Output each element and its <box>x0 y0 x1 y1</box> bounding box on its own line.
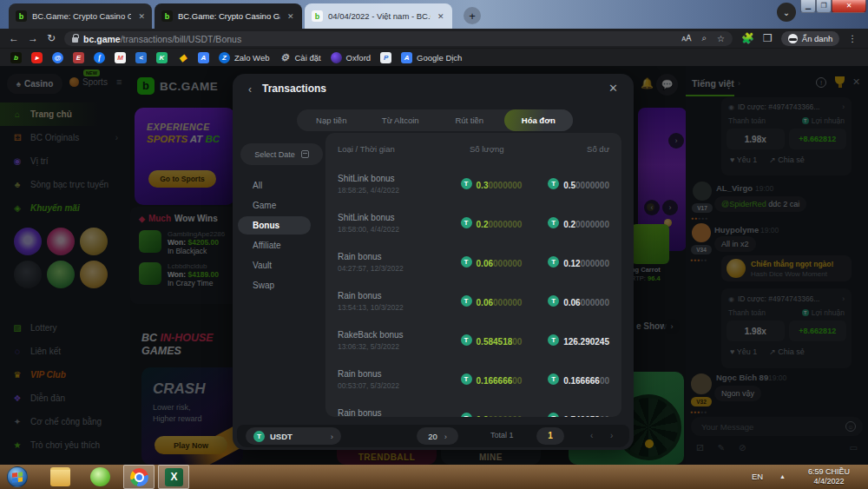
document-favicon-icon: b <box>312 10 323 22</box>
language-indicator[interactable]: EN <box>752 472 763 481</box>
bookmark-item[interactable]: M <box>115 52 126 63</box>
bookmark-item[interactable]: Z Zalo Web <box>219 52 269 63</box>
filter-item[interactable]: All <box>238 176 311 195</box>
transaction-tab[interactable]: Nạp tiền <box>297 109 366 131</box>
ccleaner-icon[interactable] <box>90 467 110 486</box>
bookmark-item[interactable]: Oxford <box>331 52 372 63</box>
bookmark-icon: P <box>380 52 391 63</box>
bookmark-item[interactable]: f <box>94 52 105 63</box>
transaction-type: ShitLink bonus <box>338 174 461 183</box>
close-window-button[interactable]: ✕ <box>832 0 866 13</box>
prev-page-icon[interactable]: ‹ <box>590 431 593 440</box>
tab-close-icon[interactable]: ✕ <box>437 12 444 21</box>
browser-menu-icon[interactable]: ⋮ <box>848 34 858 43</box>
extensions-icon[interactable]: 🧩 <box>741 32 754 44</box>
tab-title: 04/04/2022 - Việt nam - BC.Gam <box>328 11 431 21</box>
tab-close-icon[interactable]: ✕ <box>287 12 294 21</box>
minimize-button[interactable]: ▁ <box>800 0 816 13</box>
bookmark-icon: A <box>401 52 412 63</box>
page-size-selector[interactable]: 20 › <box>417 427 458 445</box>
usdt-coin-icon: T <box>461 217 472 228</box>
side-panel-icon[interactable]: ❒ <box>763 32 773 44</box>
transaction-tab[interactable]: Hóa đơn <box>504 109 574 131</box>
transaction-time: 04:27:57, 12/3/2022 <box>338 264 461 273</box>
transaction-row: RakeBack bonus 13:06:32, 5/3/2022 T 0.58… <box>326 320 621 360</box>
bookmark-item[interactable]: A <box>198 52 209 63</box>
bonus-filter-list: All Game Bonus Affiliate Vault Swap <box>238 176 311 296</box>
address-bar[interactable]: bc.game/transactions/bill/USDT/Bonus 🗚 ⌕… <box>64 31 733 46</box>
bookmark-item[interactable]: P <box>380 52 391 63</box>
next-page-icon[interactable]: › <box>610 431 613 440</box>
transaction-tab[interactable]: Rút tiền <box>435 109 504 131</box>
browser-tab-3[interactable]: b 04/04/2022 - Việt nam - BC.Gam ✕ <box>305 3 452 29</box>
window-chevron-icon[interactable]: ⌄ <box>777 3 796 22</box>
bookmark-item[interactable]: K <box>156 52 168 63</box>
usdt-coin-icon: T <box>548 256 559 268</box>
browser-tab-2-active[interactable]: b BC.Game: Crypto Casino Games ✕ <box>155 3 302 29</box>
currency-selector[interactable]: T USDT › <box>246 427 341 445</box>
transaction-time: 18:58:00, 4/4/2022 <box>338 225 461 234</box>
tab-close-icon[interactable]: ✕ <box>138 12 145 21</box>
modal-close-icon[interactable]: ✕ <box>608 82 618 95</box>
maximize-button[interactable]: ❐ <box>816 0 832 13</box>
chrome-icon <box>130 468 148 486</box>
transaction-amount: T 0.20000000 <box>461 411 549 418</box>
usdt-coin-icon: T <box>461 256 472 268</box>
transactions-table: Loại / Thời gian Số lượng Số dư ShitLink… <box>326 133 621 417</box>
window-controls: ▁ ❐ ✕ <box>800 0 866 13</box>
transaction-type: Rain bonus <box>338 408 461 418</box>
new-tab-button[interactable]: + <box>464 7 481 24</box>
transaction-type: Rain bonus <box>338 291 461 301</box>
filter-item[interactable]: Affiliate <box>238 236 311 254</box>
transaction-balance: T 126.290245 <box>548 333 609 348</box>
bookmark-icon: b <box>10 52 22 63</box>
incognito-icon <box>788 34 798 43</box>
bookmark-item[interactable]: E <box>73 52 84 63</box>
bookmark-item[interactable]: @ <box>52 52 63 63</box>
bookmark-star-icon[interactable]: ☆ <box>717 34 725 43</box>
transaction-tab[interactable]: Từ Altcoin <box>366 109 436 131</box>
bookmark-item[interactable]: < <box>135 52 147 63</box>
transaction-balance: T 0.20000000 <box>548 215 609 231</box>
back-button[interactable]: ← <box>9 32 19 44</box>
filter-item[interactable]: Vault <box>238 256 311 274</box>
incognito-badge[interactable]: Ẩn danh <box>781 31 839 46</box>
usdt-coin-icon: T <box>548 413 559 417</box>
bookmark-label: Cài đặt <box>294 53 320 63</box>
bookmark-item[interactable]: A Google Dịch <box>401 52 462 63</box>
taskbar-clock[interactable]: 6:59 CHIỀU 4/4/2022 <box>794 467 864 486</box>
bookmark-icon: f <box>94 52 105 63</box>
forward-button[interactable]: → <box>28 32 38 44</box>
bookmark-item[interactable]: ⚙ Cài đặt <box>279 52 320 63</box>
chevron-right-icon: › <box>444 432 447 441</box>
url-domain: bc.game <box>83 34 121 44</box>
filter-item[interactable]: Bonus <box>238 216 311 235</box>
show-hidden-icons-button[interactable]: ▲ <box>779 473 786 479</box>
transaction-amount: T 0.58451800 <box>461 333 549 348</box>
bookmark-icon: K <box>156 52 168 63</box>
bookmark-item[interactable]: ◆ <box>177 52 188 63</box>
file-explorer-icon[interactable] <box>50 467 70 486</box>
filter-item[interactable]: Swap <box>238 276 311 294</box>
excel-taskbar-button[interactable]: X <box>158 465 189 489</box>
transaction-time: 13:06:32, 5/3/2022 <box>338 342 461 351</box>
select-date-button[interactable]: Select Date <box>240 143 323 165</box>
bookmark-icon: @ <box>52 52 63 63</box>
bookmark-item[interactable]: b <box>10 52 22 63</box>
back-icon[interactable]: ‹ <box>248 83 252 96</box>
transaction-row: Rain bonus 13:54:13, 10/3/2022 T 0.06000… <box>326 281 621 320</box>
bookmarks-bar: b ▸ @ E f M < K <box>0 48 868 66</box>
translate-icon[interactable]: 🗚 <box>681 33 691 43</box>
filter-item[interactable]: Game <box>238 196 311 215</box>
start-button[interactable] <box>7 466 28 487</box>
transaction-amount: T 0.20000000 <box>461 215 549 231</box>
usdt-coin-icon: T <box>461 295 472 307</box>
chrome-taskbar-button[interactable] <box>123 465 155 489</box>
usdt-coin-icon: T <box>461 413 472 417</box>
bookmark-item[interactable]: ▸ <box>31 52 43 63</box>
zoom-icon[interactable]: ⌕ <box>701 33 707 43</box>
browser-tab-1[interactable]: b BC.Game: Crypto Casino Games ✕ <box>9 3 152 29</box>
reload-button[interactable]: ↻ <box>47 32 56 44</box>
transaction-row: Rain bonus 00:53:07, 5/3/2022 T 0.166666… <box>326 360 621 399</box>
current-page-indicator[interactable]: 1 <box>536 427 564 445</box>
